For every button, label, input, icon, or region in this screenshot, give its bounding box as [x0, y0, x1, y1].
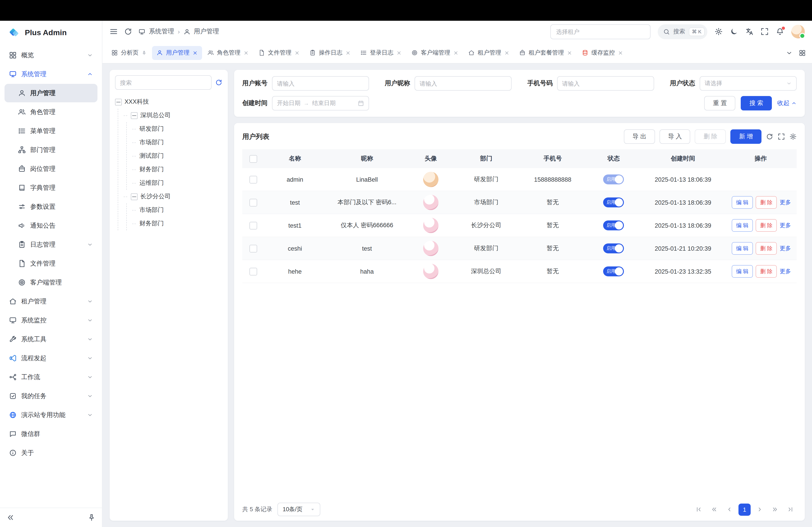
add-button[interactable]: 新 增: [730, 130, 762, 144]
sidebar-item-menus[interactable]: 菜单管理: [4, 122, 98, 140]
next-page-button[interactable]: [753, 503, 766, 516]
sidebar-item-demo-features[interactable]: 演示站专用功能: [4, 406, 98, 424]
delete-row-button[interactable]: 删 除: [756, 219, 777, 232]
logo[interactable]: Plus Admin: [0, 21, 102, 45]
close-icon[interactable]: [346, 50, 350, 55]
edit-button[interactable]: 编 辑: [731, 265, 753, 278]
tab-analysis[interactable]: 分析页: [107, 46, 151, 60]
row-checkbox[interactable]: [249, 244, 257, 252]
collapse-toggle-icon[interactable]: [131, 193, 137, 200]
sidebar-item-about[interactable]: 关于: [4, 443, 98, 462]
status-toggle[interactable]: 启用: [603, 175, 624, 184]
sidebar-item-tenants[interactable]: 租户管理: [4, 292, 98, 311]
last-page-button[interactable]: [784, 503, 797, 516]
tree-node-dept[interactable]: 运维部门: [132, 176, 222, 190]
phone-input[interactable]: [557, 76, 654, 91]
row-checkbox[interactable]: [249, 176, 257, 183]
more-button[interactable]: 更多: [780, 268, 791, 274]
row-checkbox[interactable]: [249, 222, 257, 229]
collapse-toggle-icon[interactable]: [131, 112, 137, 119]
tab-dropdown-button[interactable]: [786, 49, 793, 56]
tree-node-changsha-branch[interactable]: 长沙分公司: [124, 190, 222, 203]
sidebar-item-overview[interactable]: 概览: [4, 46, 98, 64]
tenant-select-input[interactable]: [550, 24, 650, 39]
sidebar-item-system-mgmt[interactable]: 系统管理: [4, 65, 98, 84]
tree-node-dept[interactable]: 研发部门: [132, 122, 222, 136]
breadcrumb-item[interactable]: 系统管理: [149, 28, 174, 35]
status-toggle[interactable]: 启用: [603, 197, 624, 207]
tree-node-dept[interactable]: 财务部门: [132, 217, 222, 230]
row-checkbox[interactable]: [249, 268, 257, 275]
first-page-button[interactable]: [693, 503, 705, 516]
language-button[interactable]: [745, 28, 753, 35]
sidebar-item-clients[interactable]: 客户端管理: [4, 273, 98, 292]
row-checkbox[interactable]: [249, 199, 257, 206]
tab-client-mgmt[interactable]: 客户端管理: [407, 46, 463, 60]
global-search[interactable]: 搜索 ⌘ K: [657, 24, 707, 39]
sidebar-item-logs[interactable]: 日志管理: [4, 235, 98, 254]
tree-search-input[interactable]: [115, 75, 212, 90]
close-icon[interactable]: [618, 50, 623, 55]
delete-row-button[interactable]: 删 除: [756, 265, 777, 278]
status-select[interactable]: 请选择: [700, 76, 797, 91]
edit-button[interactable]: 编 辑: [731, 219, 753, 232]
sidebar-item-roles[interactable]: 角色管理: [4, 103, 98, 121]
sidebar-item-users[interactable]: 用户管理: [4, 84, 98, 102]
select-all-checkbox[interactable]: [249, 155, 257, 163]
close-icon[interactable]: [567, 50, 572, 55]
pin-sidebar-button[interactable]: [88, 513, 96, 522]
status-toggle[interactable]: 启用: [603, 243, 624, 253]
tab-user-mgmt[interactable]: 用户管理: [152, 46, 202, 60]
tab-role-mgmt[interactable]: 角色管理: [203, 46, 253, 60]
column-settings-button[interactable]: [789, 133, 797, 140]
nickname-input[interactable]: [415, 76, 511, 91]
refresh-page-button[interactable]: [124, 28, 132, 35]
prev-jump-button[interactable]: [708, 503, 721, 516]
close-icon[interactable]: [193, 50, 198, 55]
more-button[interactable]: 更多: [780, 245, 791, 251]
account-input[interactable]: [272, 76, 369, 91]
more-button[interactable]: 更多: [780, 199, 791, 205]
tab-cache-monitor[interactable]: 缓存监控: [577, 46, 627, 60]
delete-row-button[interactable]: 删 除: [756, 196, 777, 209]
fullscreen-button[interactable]: [760, 28, 769, 35]
sidebar-item-files[interactable]: 文件管理: [4, 254, 98, 273]
sidebar-item-posts[interactable]: 岗位管理: [4, 160, 98, 178]
search-button[interactable]: 搜 索: [741, 96, 772, 110]
tree-node-dept[interactable]: 测试部门: [132, 149, 222, 163]
prev-page-button[interactable]: [723, 503, 736, 516]
settings-button[interactable]: [714, 28, 723, 35]
tree-node-shenzhen-hq[interactable]: 深圳总公司: [124, 109, 222, 122]
reset-button[interactable]: 重 置: [705, 96, 736, 110]
collapse-filter-link[interactable]: 收起: [777, 99, 797, 107]
delete-row-button[interactable]: 删 除: [756, 242, 777, 255]
pin-icon[interactable]: [142, 50, 147, 55]
tab-file-mgmt[interactable]: 文件管理: [254, 46, 304, 60]
sidebar-item-workflow[interactable]: 工作流: [4, 368, 98, 386]
page-size-select[interactable]: 10条/页: [278, 503, 320, 516]
import-button[interactable]: 导 入: [659, 130, 691, 144]
sidebar-item-dictionary[interactable]: 字典管理: [4, 179, 98, 197]
tree-node-dept[interactable]: 财务部门: [132, 163, 222, 176]
tab-operation-log[interactable]: 操作日志: [305, 46, 355, 60]
tree-node-company[interactable]: XXX科技: [115, 95, 222, 109]
sidebar-item-announcements[interactable]: 通知公告: [4, 216, 98, 235]
delete-button[interactable]: 删 除: [695, 130, 726, 144]
collapse-sidebar-button[interactable]: [6, 513, 14, 522]
more-button[interactable]: 更多: [780, 222, 791, 228]
date-range-picker[interactable]: 开始日期 → 结束日期: [272, 96, 369, 110]
table-refresh-button[interactable]: [766, 133, 773, 140]
close-icon[interactable]: [396, 50, 402, 55]
sidebar-item-tools[interactable]: 系统工具: [4, 330, 98, 348]
close-icon[interactable]: [294, 50, 300, 55]
close-icon[interactable]: [244, 50, 249, 55]
dark-mode-button[interactable]: [730, 28, 738, 35]
tree-node-dept[interactable]: 市场部门: [132, 136, 222, 149]
status-toggle[interactable]: 启用: [603, 267, 624, 276]
tab-tenant-mgmt[interactable]: 租户管理: [464, 46, 514, 60]
current-page-button[interactable]: 1: [738, 503, 751, 515]
tree-node-dept[interactable]: 市场部门: [132, 203, 222, 217]
table-fullscreen-button[interactable]: [778, 133, 785, 140]
edit-button[interactable]: 编 辑: [731, 196, 753, 209]
edit-button[interactable]: 编 辑: [731, 242, 753, 255]
